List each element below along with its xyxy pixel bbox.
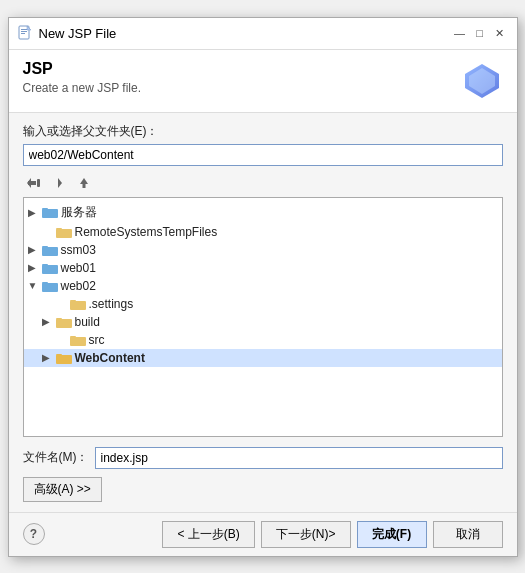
title-controls: — □ ✕ <box>451 24 509 42</box>
next-button[interactable]: 下一步(N)> <box>261 521 351 548</box>
content-area: 输入或选择父文件夹(E)： <box>9 113 517 512</box>
title-bar: New JSP File — □ ✕ <box>9 18 517 50</box>
footer-right: < 上一步(B) 下一步(N)> 完成(F) 取消 <box>162 521 502 548</box>
maximize-button[interactable]: □ <box>471 24 489 42</box>
parent-folder-input[interactable] <box>23 144 503 166</box>
tree-item-label: RemoteSystemsTempFiles <box>75 225 218 239</box>
svg-rect-1 <box>21 29 27 30</box>
back-icon <box>27 176 41 190</box>
svg-rect-20 <box>42 265 58 274</box>
svg-rect-30 <box>56 355 72 364</box>
tree-item-label: .settings <box>89 297 134 311</box>
svg-rect-28 <box>70 337 86 346</box>
advanced-row: 高级(A) >> <box>23 477 503 502</box>
tree-item-web01[interactable]: ▶web01 <box>24 259 502 277</box>
svg-rect-9 <box>37 179 40 187</box>
tree-item-label: src <box>89 333 105 347</box>
folder-icon <box>56 315 72 329</box>
header-subtitle: Create a new JSP file. <box>23 81 142 95</box>
filename-row: 文件名(M)： <box>23 447 503 469</box>
title-bar-left: New JSP File <box>17 25 117 41</box>
svg-rect-22 <box>42 283 58 292</box>
parent-folder-label: 输入或选择父文件夹(E)： <box>23 123 503 140</box>
footer-left: ? <box>23 523 45 545</box>
tree-item-servers[interactable]: ▶服务器 <box>24 202 502 223</box>
svg-rect-24 <box>70 301 86 310</box>
tree-item-label: WebContent <box>75 351 145 365</box>
tree-arrow: ▼ <box>28 280 42 291</box>
finish-button[interactable]: 完成(F) <box>357 521 427 548</box>
svg-marker-8 <box>27 178 31 188</box>
filename-input[interactable] <box>95 447 503 469</box>
svg-rect-18 <box>42 247 58 256</box>
header-texts: JSP Create a new JSP file. <box>23 60 142 95</box>
advanced-button[interactable]: 高级(A) >> <box>23 477 102 502</box>
tree-forward-button[interactable] <box>48 172 70 194</box>
back-button[interactable]: < 上一步(B) <box>162 521 254 548</box>
tree-arrow: ▶ <box>42 316 56 327</box>
folder-icon <box>42 205 58 219</box>
tree-item-label: web02 <box>61 279 96 293</box>
tree-item-settings[interactable]: .settings <box>24 295 502 313</box>
window-title: New JSP File <box>39 26 117 41</box>
tree-item-webcontent[interactable]: ▶WebContent <box>24 349 502 367</box>
svg-rect-12 <box>82 183 85 188</box>
file-tree: ▶服务器RemoteSystemsTempFiles▶ssm03▶web01▼w… <box>23 197 503 437</box>
folder-icon <box>70 333 86 347</box>
svg-rect-14 <box>42 209 58 218</box>
folder-icon <box>42 261 58 275</box>
tree-item-label: build <box>75 315 100 329</box>
folder-icon <box>56 351 72 365</box>
header-title: JSP <box>23 60 142 78</box>
tree-arrow: ▶ <box>28 207 42 218</box>
tree-item-build[interactable]: ▶build <box>24 313 502 331</box>
cancel-button[interactable]: 取消 <box>433 521 503 548</box>
tree-item-ssm03[interactable]: ▶ssm03 <box>24 241 502 259</box>
folder-icon <box>70 297 86 311</box>
tree-item-web02[interactable]: ▼web02 <box>24 277 502 295</box>
tree-arrow: ▶ <box>28 262 42 273</box>
close-button[interactable]: ✕ <box>491 24 509 42</box>
folder-icon <box>42 279 58 293</box>
tree-toolbar <box>23 172 503 194</box>
svg-marker-10 <box>58 178 62 188</box>
svg-rect-26 <box>56 319 72 328</box>
tree-item-src[interactable]: src <box>24 331 502 349</box>
svg-rect-2 <box>21 31 27 32</box>
jsp-wizard-icon <box>461 60 503 102</box>
window-icon <box>17 25 33 41</box>
footer: ? < 上一步(B) 下一步(N)> 完成(F) 取消 <box>9 512 517 556</box>
up-icon <box>77 176 91 190</box>
tree-back-button[interactable] <box>23 172 45 194</box>
tree-item-label: web01 <box>61 261 96 275</box>
tree-up-button[interactable] <box>73 172 95 194</box>
tree-arrow: ▶ <box>28 244 42 255</box>
tree-item-label: 服务器 <box>61 204 97 221</box>
header-section: JSP Create a new JSP file. <box>9 50 517 113</box>
tree-item-remote[interactable]: RemoteSystemsTempFiles <box>24 223 502 241</box>
svg-rect-3 <box>21 33 25 34</box>
folder-icon <box>56 225 72 239</box>
help-button[interactable]: ? <box>23 523 45 545</box>
filename-label: 文件名(M)： <box>23 449 89 466</box>
forward-icon <box>52 176 66 190</box>
dialog-container: New JSP File — □ ✕ JSP Create a new JSP … <box>8 17 518 557</box>
folder-icon <box>42 243 58 257</box>
tree-item-label: ssm03 <box>61 243 96 257</box>
tree-arrow: ▶ <box>42 352 56 363</box>
minimize-button[interactable]: — <box>451 24 469 42</box>
svg-rect-16 <box>56 229 72 238</box>
